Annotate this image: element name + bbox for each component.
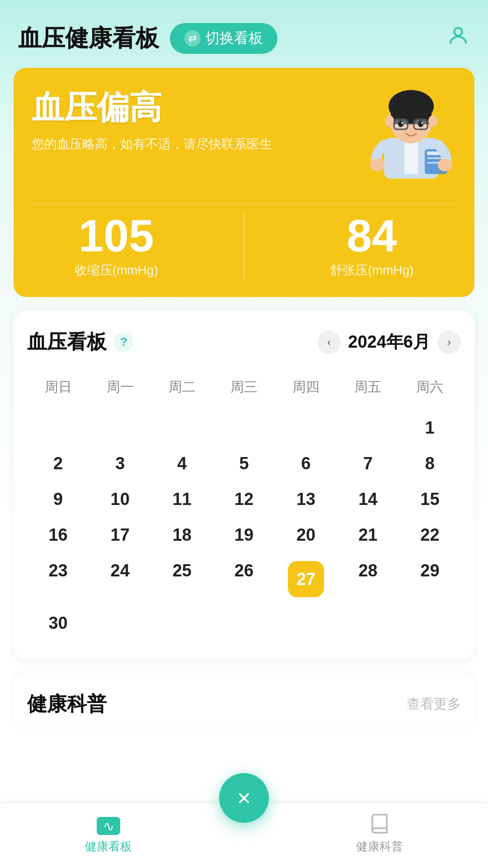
calendar-day-cell[interactable]: 17 <box>89 517 151 553</box>
calendar-weekday-header: 周日 <box>27 373 89 410</box>
switch-icon: ⇄ <box>184 30 201 47</box>
help-icon: ? <box>120 335 127 349</box>
switch-label: 切换看板 <box>205 28 263 48</box>
calendar-weekday-header: 周六 <box>399 373 461 410</box>
calendar-day-cell[interactable]: 27 <box>275 553 337 605</box>
fab-button[interactable]: × <box>219 773 269 823</box>
health-science-icon <box>368 812 391 835</box>
calendar-day-cell[interactable]: 20 <box>275 517 337 553</box>
calendar-day-cell[interactable]: 26 <box>213 553 275 605</box>
calendar-grid: 周日周一周二周三周四周五周六12345678910111213141516171… <box>27 373 461 641</box>
today-highlight: 27 <box>288 561 324 597</box>
calendar-day-cell <box>89 605 151 641</box>
calendar-day-cell <box>275 410 337 446</box>
page-title: 血压健康看板 <box>18 23 159 54</box>
calendar-weekday-header: 周四 <box>275 373 337 410</box>
calendar-day-cell[interactable]: 22 <box>399 517 461 553</box>
prev-icon: ‹ <box>327 336 331 349</box>
calendar-day-cell <box>151 410 213 446</box>
svg-point-0 <box>454 28 462 36</box>
more-link[interactable]: 查看更多 <box>407 695 461 713</box>
calendar-day-cell[interactable]: 28 <box>337 553 399 605</box>
calendar-day-cell[interactable]: 30 <box>27 605 89 641</box>
svg-point-22 <box>370 159 385 171</box>
calendar-day-cell[interactable]: 12 <box>213 481 275 517</box>
prev-month-button[interactable]: ‹ <box>317 330 341 354</box>
health-dashboard-icon <box>97 817 120 835</box>
bp-card-text: 血压偏高 您的血压略高，如有不适，请尽快联系医生 <box>32 86 366 154</box>
bp-values: 105 收缩压(mmHg) 84 舒张压(mmHg) <box>32 203 456 279</box>
next-icon: › <box>447 336 451 349</box>
calendar-day-cell[interactable]: 29 <box>399 553 461 605</box>
calendar-weekday-header: 周五 <box>337 373 399 410</box>
calendar-header: 血压看板 ? ‹ 2024年6月 › <box>27 329 461 355</box>
bp-status-desc: 您的血压略高，如有不适，请尽快联系医生 <box>32 135 366 154</box>
calendar-day-cell <box>89 410 151 446</box>
svg-point-16 <box>401 122 403 124</box>
calendar-day-cell <box>275 605 337 641</box>
calendar-day-cell <box>213 410 275 446</box>
systolic-label: 收缩压(mmHg) <box>75 262 158 279</box>
calendar-day-cell[interactable]: 18 <box>151 517 213 553</box>
help-badge[interactable]: ? <box>114 332 134 352</box>
calendar-day-cell[interactable]: 16 <box>27 517 89 553</box>
calendar-day-cell[interactable]: 21 <box>337 517 399 553</box>
calendar-day-cell <box>337 410 399 446</box>
bp-divider <box>244 213 244 279</box>
calendar-day-cell[interactable]: 23 <box>27 553 89 605</box>
calendar-day-cell[interactable]: 1 <box>399 410 461 446</box>
calendar-title-wrap: 血压看板 ? <box>27 329 134 355</box>
calendar-day-cell[interactable]: 11 <box>151 481 213 517</box>
svg-point-14 <box>398 121 404 127</box>
next-month-button[interactable]: › <box>437 330 461 354</box>
user-icon[interactable] <box>446 24 470 53</box>
calendar-day-cell <box>27 410 89 446</box>
calendar-day-cell <box>213 605 275 641</box>
calendar-day-cell[interactable]: 19 <box>213 517 275 553</box>
calendar-month: 2024年6月 <box>348 330 430 354</box>
calendar-day-cell[interactable]: 7 <box>337 446 399 481</box>
health-header: 健康科普 查看更多 <box>27 691 461 717</box>
header: 血压健康看板 ⇄ 切换看板 <box>0 0 488 68</box>
systolic-value-item: 105 收缩压(mmHg) <box>75 213 158 279</box>
nav-label-health-dashboard: 健康看板 <box>85 839 132 854</box>
bp-card: 血压偏高 您的血压略高，如有不适，请尽快联系医生 <box>14 68 474 297</box>
health-section: 健康科普 查看更多 <box>14 673 474 726</box>
svg-point-17 <box>421 122 423 124</box>
svg-point-15 <box>418 121 423 127</box>
nav-label-health-science: 健康科普 <box>356 839 403 854</box>
diastolic-value-item: 84 舒张压(mmHg) <box>330 213 413 279</box>
diastolic-label: 舒张压(mmHg) <box>330 262 413 279</box>
fab-icon: × <box>237 786 251 810</box>
calendar-day-cell <box>399 605 461 641</box>
calendar-day-cell[interactable]: 8 <box>399 446 461 481</box>
svg-point-23 <box>438 159 452 171</box>
calendar-day-cell[interactable]: 25 <box>151 553 213 605</box>
svg-point-7 <box>385 115 394 127</box>
calendar-day-cell[interactable]: 24 <box>89 553 151 605</box>
calendar-day-cell[interactable]: 4 <box>151 446 213 481</box>
calendar-day-cell[interactable]: 9 <box>27 481 89 517</box>
calendar-day-cell[interactable]: 15 <box>399 481 461 517</box>
calendar-title: 血压看板 <box>27 329 107 355</box>
calendar-weekday-header: 周一 <box>89 373 151 410</box>
doctor-svg <box>366 86 456 181</box>
calendar-nav: ‹ 2024年6月 › <box>317 330 461 354</box>
calendar-weekday-header: 周二 <box>151 373 213 410</box>
switch-dashboard-button[interactable]: ⇄ 切换看板 <box>170 23 277 54</box>
calendar-day-cell[interactable]: 13 <box>275 481 337 517</box>
calendar-day-cell[interactable]: 10 <box>89 481 151 517</box>
calendar-day-cell <box>151 605 213 641</box>
systolic-number: 105 <box>75 213 158 258</box>
calendar-day-cell[interactable]: 14 <box>337 481 399 517</box>
calendar-card: 血压看板 ? ‹ 2024年6月 › 周日周一周二周三周四周五周六1234567… <box>14 311 474 659</box>
calendar-day-cell[interactable]: 2 <box>27 446 89 481</box>
nav-item-health-science[interactable]: 健康科普 <box>271 812 488 854</box>
doctor-illustration <box>366 86 456 181</box>
calendar-day-cell[interactable]: 3 <box>89 446 151 481</box>
calendar-day-cell[interactable]: 6 <box>275 446 337 481</box>
calendar-day-cell <box>337 605 399 641</box>
svg-point-8 <box>428 115 437 127</box>
calendar-day-cell[interactable]: 5 <box>213 446 275 481</box>
nav-item-health-dashboard[interactable]: 健康看板 <box>0 817 217 854</box>
